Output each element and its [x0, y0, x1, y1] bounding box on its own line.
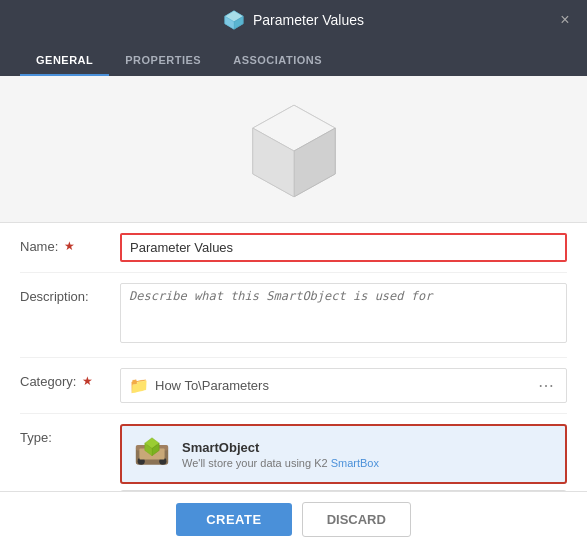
- dialog-title: Parameter Values: [253, 12, 364, 28]
- smartobject-type-info: SmartObject We'll store your data using …: [182, 440, 553, 469]
- folder-icon: 📁: [129, 376, 149, 395]
- dialog-cube-icon: [223, 9, 245, 31]
- type-row: Type:: [20, 414, 567, 491]
- close-button[interactable]: ×: [555, 10, 575, 30]
- category-control: 📁 How To\Parameters ⋯: [120, 368, 567, 403]
- tab-general[interactable]: GENERAL: [20, 46, 109, 76]
- type-label: Type:: [20, 424, 120, 445]
- description-label: Description:: [20, 283, 120, 304]
- content-area: Name: ★ Description: Category:: [0, 76, 587, 491]
- cube-preview-area: [0, 76, 587, 222]
- type-option-smartobject[interactable]: SmartObject We'll store your data using …: [120, 424, 567, 484]
- dialog-window: Parameter Values × GENERAL PROPERTIES AS…: [0, 0, 587, 547]
- title-bar: Parameter Values ×: [0, 0, 587, 40]
- smartobject-type-desc: We'll store your data using K2 SmartBox: [182, 457, 553, 469]
- smartobject-type-icon: [134, 436, 170, 472]
- category-box[interactable]: 📁 How To\Parameters ⋯: [120, 368, 567, 403]
- smartobject-cube-icon: [239, 96, 349, 206]
- tab-bar: GENERAL PROPERTIES ASSOCIATIONS: [0, 40, 587, 76]
- name-required-star: ★: [64, 239, 75, 253]
- name-label: Name: ★: [20, 233, 120, 254]
- name-control: [120, 233, 567, 262]
- create-button[interactable]: CREATE: [176, 503, 291, 536]
- category-row: Category: ★ 📁 How To\Parameters ⋯: [20, 358, 567, 414]
- name-input[interactable]: [120, 233, 567, 262]
- name-row: Name: ★: [20, 223, 567, 273]
- category-required-star: ★: [82, 374, 93, 388]
- smartobject-type-name: SmartObject: [182, 440, 553, 455]
- tab-associations[interactable]: ASSOCIATIONS: [217, 46, 338, 76]
- tab-properties[interactable]: PROPERTIES: [109, 46, 217, 76]
- description-row: Description:: [20, 273, 567, 358]
- form-area: Name: ★ Description: Category:: [0, 222, 587, 491]
- category-value: How To\Parameters: [155, 378, 528, 393]
- category-more-button[interactable]: ⋯: [534, 374, 558, 397]
- footer: CREATE DISCARD: [0, 491, 587, 547]
- smartbox-link[interactable]: SmartBox: [331, 457, 379, 469]
- type-control: SmartObject We'll store your data using …: [120, 424, 567, 491]
- type-options: SmartObject We'll store your data using …: [120, 424, 567, 491]
- discard-button[interactable]: DISCARD: [302, 502, 411, 537]
- description-input[interactable]: [120, 283, 567, 343]
- description-control: [120, 283, 567, 347]
- category-label: Category: ★: [20, 368, 120, 389]
